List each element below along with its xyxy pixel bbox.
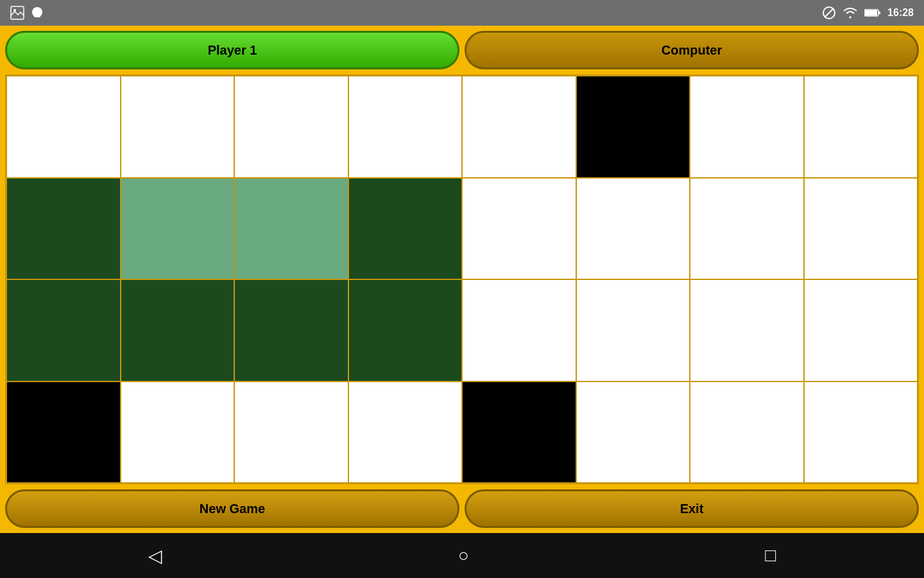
top-buttons: Player 1 Computer [5,31,919,69]
status-bar: 16:28 [0,0,924,26]
grid-cell-17[interactable] [121,279,235,381]
grid-cell-19[interactable] [348,279,463,381]
grid-cell-26[interactable] [234,381,348,484]
grid-cell-3[interactable] [348,76,463,178]
svg-rect-7 [865,10,877,15]
svg-line-5 [825,8,834,17]
time-display: 16:28 [887,7,914,19]
grid-cell-18[interactable] [234,279,348,381]
battery-icon [864,8,881,17]
game-area: Player 1 Computer New Game Exit [0,26,924,533]
grid-cell-8[interactable] [6,178,121,280]
new-game-button[interactable]: New Game [5,489,459,528]
grid-cell-2[interactable] [234,76,348,178]
grid-cell-25[interactable] [121,381,235,484]
game-grid [5,74,919,484]
grid-cell-7[interactable] [804,76,918,178]
grid-cell-9[interactable] [121,178,235,280]
grid-cell-10[interactable] [234,178,348,280]
grid-cell-22[interactable] [690,279,804,381]
grid-cell-27[interactable] [348,381,463,484]
grid-cell-21[interactable] [576,279,690,381]
status-bar-left [10,6,44,20]
grid-cell-24[interactable] [6,381,121,484]
image-icon [10,6,24,20]
computer-button[interactable]: Computer [465,31,919,69]
home-button[interactable]: ○ [458,545,469,566]
grid-cell-23[interactable] [804,279,918,381]
player1-button[interactable]: Player 1 [5,31,459,69]
recent-button[interactable]: □ [765,545,776,566]
grid-cell-16[interactable] [6,279,121,381]
back-button[interactable]: ◁ [148,545,162,566]
grid-cell-0[interactable] [6,76,121,178]
android-icon [31,6,44,20]
grid-cell-29[interactable] [576,381,690,484]
grid-cell-30[interactable] [690,381,804,484]
svg-rect-3 [34,12,40,17]
exit-label: Exit [680,502,704,516]
grid-cell-15[interactable] [804,178,918,280]
nav-bar: ◁ ○ □ [0,533,924,578]
grid-cell-31[interactable] [804,381,918,484]
grid-cell-12[interactable] [462,178,576,280]
grid-cell-5[interactable] [576,76,690,178]
grid-cell-28[interactable] [462,381,576,484]
grid-cell-6[interactable] [690,76,804,178]
svg-rect-8 [878,12,880,14]
grid-cell-11[interactable] [348,178,463,280]
grid-cell-20[interactable] [462,279,576,381]
computer-label: Computer [662,43,722,58]
wifi-icon [843,7,858,19]
new-game-label: New Game [200,502,265,516]
player1-label: Player 1 [208,43,257,58]
status-bar-right: 16:28 [822,6,914,20]
block-icon [822,6,836,20]
bottom-buttons: New Game Exit [5,489,919,528]
grid-cell-14[interactable] [690,178,804,280]
grid-cell-13[interactable] [576,178,690,280]
exit-button[interactable]: Exit [465,489,919,528]
grid-cell-4[interactable] [462,76,576,178]
grid-cell-1[interactable] [121,76,235,178]
